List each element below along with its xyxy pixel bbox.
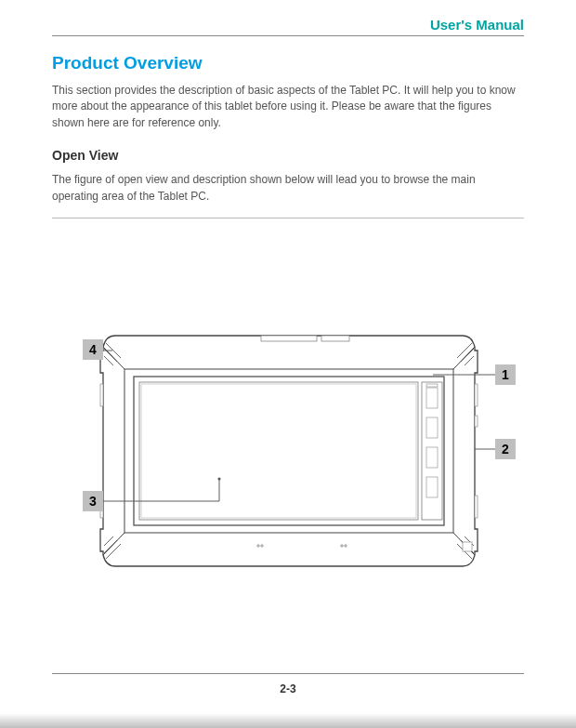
page-number: 2-3 [280,682,295,695]
open-view-text: The figure of open view and description … [52,172,524,205]
callout-3: 3 [83,491,103,511]
svg-rect-29 [100,384,103,406]
svg-rect-28 [321,336,349,341]
callout-1: 1 [495,364,516,385]
subsection-heading-open-view: Open View [52,148,524,163]
callout-2-label: 2 [502,442,509,457]
svg-rect-32 [475,416,478,427]
callout-4-label: 4 [89,342,97,357]
manual-title: User's Manual [430,17,524,33]
section-intro-text: This section provides the description of… [52,83,524,131]
svg-rect-34 [463,542,472,551]
svg-rect-18 [426,447,438,468]
svg-rect-31 [475,384,478,406]
page-footer: 2-3 [52,673,524,696]
callout-1-label: 1 [502,367,509,382]
svg-rect-16 [426,388,438,408]
page-header: User's Manual [52,17,524,36]
svg-rect-14 [141,384,416,518]
section-heading-product-overview: Product Overview [52,53,524,73]
callout-4: 4 [83,339,103,360]
tablet-diagram [98,330,479,572]
figure-open-view: 1 2 3 4 [52,218,524,609]
svg-rect-19 [426,477,438,497]
bottom-shadow [0,713,576,728]
svg-rect-33 [475,496,478,518]
callout-3-label: 3 [89,494,97,509]
svg-rect-17 [426,417,438,438]
svg-rect-27 [261,336,317,341]
callout-2: 2 [495,439,516,459]
